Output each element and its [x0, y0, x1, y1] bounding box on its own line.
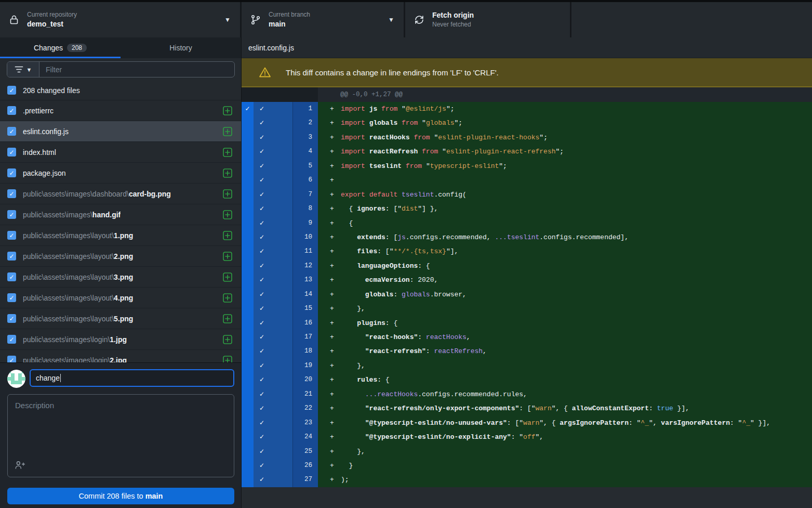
- current-repository-dropdown[interactable]: Current repository demo_test ▼: [0, 2, 242, 37]
- line-included-check[interactable]: ✓: [254, 302, 292, 316]
- file-row[interactable]: package.json: [0, 163, 241, 184]
- file-checkbox[interactable]: [7, 335, 16, 344]
- commit-button[interactable]: Commit 208 files to main: [7, 488, 234, 504]
- line-included-check[interactable]: ✓: [254, 159, 292, 173]
- hunk-select-gutter[interactable]: [242, 288, 254, 302]
- file-checkbox[interactable]: [7, 189, 16, 198]
- file-checkbox[interactable]: [7, 168, 16, 177]
- filter-options-button[interactable]: ▼: [7, 62, 39, 77]
- file-row[interactable]: public\assets\images\layout\4.png: [0, 288, 241, 308]
- hunk-select-gutter[interactable]: [242, 359, 254, 373]
- hunk-select-gutter[interactable]: [242, 216, 254, 230]
- file-row[interactable]: public\assets\images\layout\2.png: [0, 246, 241, 267]
- tab-history[interactable]: History: [121, 37, 241, 58]
- hunk-select-gutter[interactable]: [242, 116, 254, 130]
- tab-changes[interactable]: Changes 208: [0, 37, 121, 58]
- hunk-select-gutter[interactable]: [242, 145, 254, 159]
- diff-line: ✓7+export default tseslint.config(: [242, 188, 812, 202]
- line-included-check[interactable]: ✓: [254, 116, 292, 130]
- file-checkbox[interactable]: [7, 148, 16, 157]
- hunk-select-gutter[interactable]: [242, 302, 254, 316]
- hunk-select-gutter[interactable]: [242, 173, 254, 187]
- hunk-select-gutter[interactable]: [242, 202, 254, 216]
- file-checkbox[interactable]: [7, 356, 16, 362]
- line-included-check[interactable]: ✓: [254, 288, 292, 302]
- line-included-check[interactable]: ✓: [254, 330, 292, 344]
- line-included-check[interactable]: ✓: [254, 131, 292, 145]
- file-row[interactable]: public\assets\images\login\2.jpg: [0, 350, 241, 362]
- file-row[interactable]: public\assets\images\layout\5.png: [0, 308, 241, 329]
- file-checkbox[interactable]: [7, 314, 16, 323]
- file-checkbox[interactable]: [7, 252, 16, 260]
- fetch-origin-button[interactable]: Fetch origin Never fetched: [405, 2, 571, 37]
- line-included-check[interactable]: ✓: [254, 188, 292, 202]
- file-row[interactable]: public\assets\images\hand.gif: [0, 204, 241, 225]
- file-row[interactable]: public\assets\images\login\1.jpg: [0, 329, 241, 350]
- hunk-select-gutter[interactable]: [242, 316, 254, 330]
- file-checkbox[interactable]: [7, 231, 16, 240]
- hunk-select-gutter[interactable]: [242, 131, 254, 145]
- hunk-select-gutter[interactable]: [242, 230, 254, 244]
- select-all-checkbox[interactable]: [7, 86, 16, 95]
- select-all-row[interactable]: 208 changed files: [0, 81, 241, 100]
- commit-summary-input[interactable]: change: [30, 369, 234, 387]
- file-path: package.json: [23, 169, 66, 177]
- hunk-select-gutter[interactable]: [242, 430, 254, 444]
- hunk-select-gutter[interactable]: [242, 188, 254, 202]
- line-included-check[interactable]: ✓: [254, 273, 292, 287]
- added-code-line: + "react-refresh": reactRefresh,: [318, 344, 812, 358]
- file-row[interactable]: eslint.config.js: [0, 121, 241, 142]
- line-included-check[interactable]: ✓: [254, 459, 292, 473]
- hunk-select-gutter[interactable]: [242, 473, 254, 487]
- line-included-check[interactable]: ✓: [254, 173, 292, 187]
- file-checkbox[interactable]: [7, 293, 16, 302]
- line-included-check[interactable]: ✓: [254, 344, 292, 358]
- hunk-select-gutter[interactable]: [242, 373, 254, 387]
- commit-description-input[interactable]: [7, 394, 234, 477]
- line-included-check[interactable]: ✓: [254, 259, 292, 273]
- file-row[interactable]: index.html: [0, 142, 241, 163]
- line-included-check[interactable]: ✓: [254, 216, 292, 230]
- line-included-check[interactable]: ✓: [254, 230, 292, 244]
- line-included-check[interactable]: ✓: [254, 145, 292, 159]
- line-included-check[interactable]: ✓: [254, 316, 292, 330]
- file-row[interactable]: public\assets\images\layout\1.png: [0, 225, 241, 246]
- hunk-select-gutter[interactable]: [242, 259, 254, 273]
- line-included-check[interactable]: ✓: [254, 202, 292, 216]
- line-included-check[interactable]: ✓: [254, 445, 292, 459]
- line-included-check[interactable]: ✓: [254, 473, 292, 487]
- file-checkbox[interactable]: [7, 106, 16, 115]
- line-included-check[interactable]: ✓: [254, 373, 292, 387]
- line-included-check[interactable]: ✓: [254, 416, 292, 430]
- line-included-check[interactable]: ✓: [254, 359, 292, 373]
- file-checkbox[interactable]: [7, 272, 16, 281]
- lock-icon: [8, 14, 20, 25]
- added-code-line: + extends: [js.configs.recommended, ...t…: [318, 230, 812, 244]
- add-coauthor-icon[interactable]: [15, 460, 26, 472]
- current-branch-dropdown[interactable]: Current branch main ▼: [242, 2, 405, 37]
- hunk-select-gutter[interactable]: [242, 445, 254, 459]
- file-row[interactable]: public\assets\images\dashboard\card-bg.p…: [0, 184, 241, 204]
- hunk-select-gutter[interactable]: [242, 244, 254, 258]
- line-included-check[interactable]: ✓: [254, 102, 292, 116]
- line-included-check[interactable]: ✓: [254, 401, 292, 415]
- hunk-select-gutter[interactable]: [242, 273, 254, 287]
- file-checkbox[interactable]: [7, 210, 16, 219]
- line-number: 27: [292, 473, 318, 487]
- hunk-select-gutter[interactable]: ✓: [242, 102, 254, 116]
- diff-line: ✓10+ extends: [js.configs.recommended, .…: [242, 230, 812, 244]
- hunk-select-gutter[interactable]: [242, 159, 254, 173]
- hunk-select-gutter[interactable]: [242, 387, 254, 401]
- hunk-select-gutter[interactable]: [242, 401, 254, 415]
- hunk-select-gutter[interactable]: [242, 330, 254, 344]
- hunk-select-gutter[interactable]: [242, 459, 254, 473]
- filter-input[interactable]: [39, 62, 234, 77]
- file-checkbox[interactable]: [7, 127, 16, 136]
- hunk-select-gutter[interactable]: [242, 344, 254, 358]
- file-row[interactable]: public\assets\images\layout\3.png: [0, 267, 241, 288]
- line-included-check[interactable]: ✓: [254, 430, 292, 444]
- line-included-check[interactable]: ✓: [254, 387, 292, 401]
- hunk-select-gutter[interactable]: [242, 416, 254, 430]
- line-included-check[interactable]: ✓: [254, 244, 292, 258]
- file-row[interactable]: .prettierrc: [0, 100, 241, 121]
